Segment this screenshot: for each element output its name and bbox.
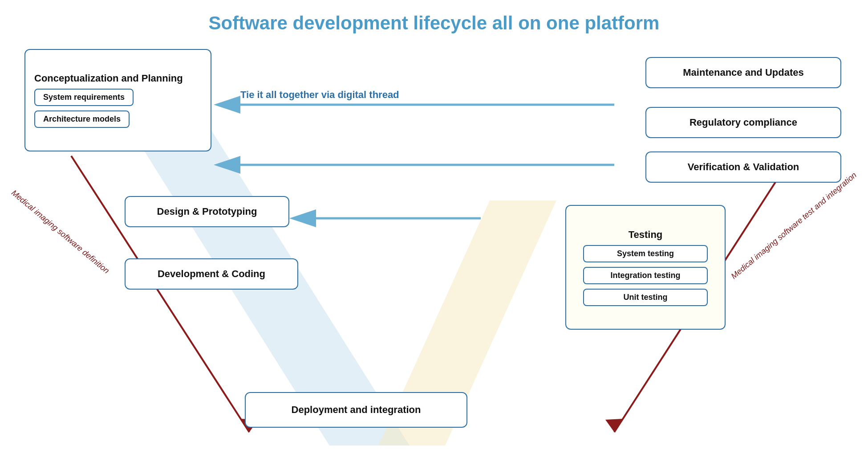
integration-testing-item: Integration testing (583, 267, 708, 284)
maintenance-title: Maintenance and Updates (683, 67, 803, 78)
conceptualization-box: Conceptualization and Planning System re… (24, 49, 211, 151)
design-title: Design & Prototyping (157, 206, 257, 217)
deployment-box: Deployment and integration (245, 392, 467, 428)
system-requirements-item: System requirements (34, 89, 134, 106)
maintenance-box: Maintenance and Updates (645, 57, 841, 88)
architecture-models-item: Architecture models (34, 110, 130, 128)
regulatory-title: Regulatory compliance (690, 117, 797, 128)
vv-box: Verification & Validation (645, 151, 841, 183)
digital-thread-label: Tie it all together via digital thread (240, 89, 399, 101)
system-testing-item: System testing (583, 245, 708, 262)
svg-marker-5 (605, 419, 623, 432)
page-title: Software development lifecycle all on on… (0, 0, 868, 34)
testing-box: Testing System testing Integration testi… (565, 205, 726, 330)
development-box: Development & Coding (125, 258, 298, 290)
regulatory-box: Regulatory compliance (645, 107, 841, 138)
unit-testing-item: Unit testing (583, 289, 708, 306)
deployment-title: Deployment and integration (292, 404, 421, 416)
conceptualization-title: Conceptualization and Planning (34, 73, 183, 84)
development-title: Development & Coding (158, 268, 265, 280)
design-box: Design & Prototyping (125, 196, 289, 227)
vv-title: Verification & Validation (688, 161, 799, 173)
testing-title: Testing (629, 229, 663, 241)
